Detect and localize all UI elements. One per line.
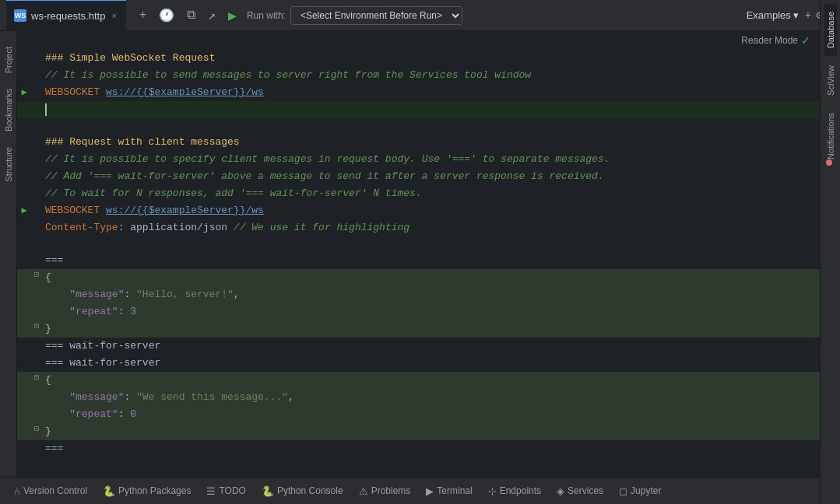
structure-panel-btn[interactable]: Structure [2,139,15,190]
main-area: Reader Mode ✓ ### Simple WebSocket Reque… [0,31,840,477]
history-btn[interactable]: 🕐 [155,5,178,26]
todo-icon: ☰ [206,485,216,497]
code-line: ### Request with client messages [17,134,820,151]
reader-mode-label: Reader Mode [741,35,798,46]
sciview-panel-btn[interactable]: SciView [824,58,837,103]
terminal-btn[interactable]: ▶ Terminal [418,478,480,504]
code-line-json: "message": "We send this message...", [17,389,820,406]
plus-icon[interactable]: + [805,9,811,22]
code-line: ### Simple WebSocket Request [17,50,820,67]
python-console-btn[interactable]: 🐍 Python Console [254,478,351,504]
right-sidebar: Database SciView Notifications [820,0,840,504]
reader-mode-btn[interactable]: Reader Mode ✓ [741,34,810,47]
code-line-json-open: ⊟ { [17,372,820,389]
file-tab[interactable]: WS ws-requests.http × [6,0,126,31]
problems-icon: ⚠ [359,485,368,497]
code-line-json-close: ⊟ } [17,423,820,440]
code-line: // It is possible to send messages to se… [17,67,820,84]
code-line: // Add '=== wait-for-server' above a mes… [17,168,820,185]
jupyter-btn[interactable]: ◻ Jupyter [611,478,669,504]
env-select[interactable]: <Select Environment Before Run> [290,6,462,25]
python-packages-btn[interactable]: 🐍 Python Packages [95,478,199,504]
python-console-icon: 🐍 [262,485,274,497]
notification-dot [826,159,832,166]
share-btn[interactable]: ↗ [204,5,220,26]
run-gutter [17,51,31,52]
terminal-icon: ▶ [426,485,434,497]
toolbar-icons: + 🕐 ⧉ ↗ ▶ [135,5,241,26]
version-control-icon: ⑃ [14,485,20,497]
code-line-json-open: ⊟ { [17,269,820,286]
code-line: // To wait for N responses, add '=== wai… [17,185,820,202]
code-line: === [17,252,820,269]
code-line: === wait-for-server [17,338,820,355]
code-line [17,236,820,252]
code-line-json: "repeat": 3 [17,303,820,320]
problems-btn[interactable]: ⚠ Problems [351,478,419,504]
code-line-cursor [17,101,820,118]
project-panel-btn[interactable]: Project [2,39,15,81]
code-line: ▶ WEBSOCKET ws://{{$exampleServer}}/ws [17,202,820,219]
code-editor[interactable]: ### Simple WebSocket Request // It is po… [17,50,820,472]
run-with-label: Run with: [247,10,286,21]
tab-close-btn[interactable]: × [110,9,118,22]
left-sidebar: Project Bookmarks Structure [0,31,17,477]
code-line-json: "repeat": 0 [17,406,820,423]
jupyter-icon: ◻ [619,485,627,497]
notifications-panel-btn[interactable]: Notifications [824,105,837,167]
code-line [17,118,820,134]
top-bar: WS ws-requests.http × + 🕐 ⧉ ↗ ▶ Run with… [0,0,840,31]
tab-filename: ws-requests.http [31,10,105,22]
bookmarks-panel-btn[interactable]: Bookmarks [2,81,15,139]
code-line: // It is possible to specify client mess… [17,151,820,168]
todo-btn[interactable]: ☰ TODO [199,478,253,504]
code-line-json: "message": "Hello, server!", [17,286,820,303]
copy-btn[interactable]: ⧉ [183,5,199,25]
database-panel-btn[interactable]: Database [824,4,837,56]
tab-ws-icon: WS [14,9,26,22]
run-btn-toolbar[interactable]: ▶ [224,5,241,26]
reader-bar: Reader Mode ✓ [17,31,820,50]
services-btn[interactable]: ◈ Services [549,478,611,504]
code-line: Content-Type: application/json // We use… [17,219,820,236]
endpoints-icon: ⊹ [488,485,497,497]
code-line: === wait-for-server [17,355,820,372]
examples-btn[interactable]: Examples ▾ [747,9,799,21]
status-bar: ⑃ Version Control 🐍 Python Packages ☰ TO… [0,477,840,504]
endpoints-btn[interactable]: ⊹ Endpoints [480,478,549,504]
python-packages-icon: 🐍 [103,485,115,497]
version-control-btn[interactable]: ⑃ Version Control [6,478,95,504]
reader-check: ✓ [801,34,810,47]
code-line-json-close: ⊟ } [17,320,820,338]
services-label: Services [568,485,603,496]
services-icon: ◈ [557,485,564,497]
editor-area: Reader Mode ✓ ### Simple WebSocket Reque… [17,31,820,477]
code-line: === [17,440,820,457]
code-line: ▶ WEBSOCKET ws://{{$exampleServer}}/ws [17,84,820,101]
add-btn[interactable]: + [135,6,151,25]
